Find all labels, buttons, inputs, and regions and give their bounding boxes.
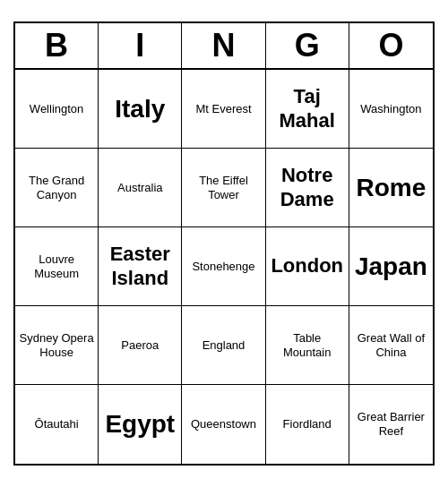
bingo-cell: Notre Dame	[266, 149, 349, 227]
bingo-cell: Stonehenge	[182, 227, 265, 306]
header-letter: I	[99, 23, 182, 68]
cell-text: Washington	[360, 102, 421, 116]
bingo-cell: Australia	[99, 149, 182, 227]
cell-text: Table Mountain	[269, 331, 346, 359]
bingo-cell: Wellington	[15, 70, 99, 149]
cell-text: Louvre Museum	[18, 252, 95, 280]
cell-text: Mt Everest	[195, 102, 251, 116]
cell-text: Paeroa	[121, 338, 159, 353]
bingo-cell: Great Barrier Reef	[349, 385, 433, 464]
cell-text: Rome	[356, 173, 426, 203]
bingo-cell: The Grand Canyon	[15, 149, 99, 227]
cell-text: Wellington	[30, 102, 83, 116]
bingo-cell: Easter Island	[99, 227, 182, 306]
cell-text: London	[271, 254, 343, 278]
cell-text: Queenstown	[191, 417, 256, 431]
header-letter: N	[182, 23, 265, 68]
cell-text: The Grand Canyon	[18, 174, 95, 201]
cell-text: Fiordland	[283, 417, 332, 431]
bingo-card: BINGO WellingtonItalyMt EverestTaj Mahal…	[13, 21, 435, 466]
cell-text: Sydney Opera House	[18, 331, 95, 359]
cell-text: Taj Mahal	[269, 85, 346, 132]
cell-text: Italy	[115, 94, 165, 124]
bingo-grid: WellingtonItalyMt EverestTaj MahalWashin…	[15, 70, 433, 464]
bingo-header: BINGO	[15, 23, 433, 70]
bingo-cell: Taj Mahal	[266, 70, 349, 149]
header-letter: B	[15, 23, 99, 68]
header-letter: G	[266, 23, 349, 68]
bingo-cell: England	[182, 306, 265, 385]
cell-text: Great Barrier Reef	[352, 410, 430, 438]
cell-text: Stonehenge	[192, 260, 254, 274]
bingo-cell: Great Wall of China	[349, 306, 433, 385]
bingo-cell: Washington	[349, 70, 433, 149]
cell-text: Great Wall of China	[352, 331, 430, 359]
bingo-cell: Italy	[99, 70, 182, 149]
cell-text: Japan	[355, 252, 427, 282]
bingo-cell: Mt Everest	[182, 70, 265, 149]
cell-text: England	[202, 338, 246, 353]
cell-text: The Eiffel Tower	[185, 174, 262, 201]
cell-text: Ōtautahi	[35, 417, 79, 431]
bingo-cell: Queenstown	[182, 385, 265, 464]
bingo-cell: Table Mountain	[266, 306, 349, 385]
bingo-cell: London	[266, 227, 349, 306]
bingo-cell: Louvre Museum	[15, 227, 99, 306]
cell-text: Australia	[117, 181, 163, 195]
bingo-cell: Egypt	[99, 385, 182, 464]
header-letter: O	[349, 23, 433, 68]
bingo-cell: Japan	[349, 227, 433, 306]
bingo-cell: Sydney Opera House	[15, 306, 99, 385]
bingo-cell: Rome	[349, 149, 433, 227]
cell-text: Notre Dame	[269, 164, 346, 211]
cell-text: Easter Island	[101, 243, 178, 290]
bingo-cell: The Eiffel Tower	[182, 149, 265, 227]
bingo-cell: Ōtautahi	[15, 385, 99, 464]
bingo-cell: Fiordland	[266, 385, 349, 464]
cell-text: Egypt	[105, 409, 175, 440]
bingo-cell: Paeroa	[99, 306, 182, 385]
